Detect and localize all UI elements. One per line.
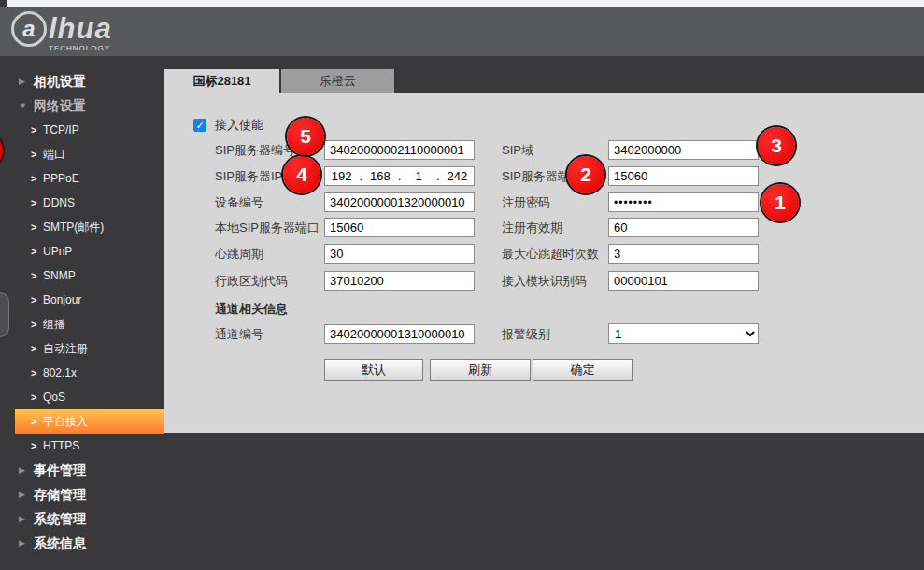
- chevron-icon: >: [31, 361, 43, 385]
- refresh-button[interactable]: 刷新: [430, 359, 531, 381]
- chevron-icon: >: [31, 166, 43, 191]
- sip-domain-input[interactable]: [608, 140, 759, 160]
- chevron-icon: >: [31, 142, 43, 166]
- sidebar-item[interactable]: > QoS: [0, 385, 164, 409]
- admin-region-code-label: 行政区划代码: [215, 271, 288, 291]
- channel-id-input[interactable]: [324, 324, 475, 344]
- sidebar-item[interactable]: > HTTPS: [0, 434, 164, 458]
- logo-a-icon: a: [11, 11, 47, 47]
- sidebar-item-label: PPPoE: [43, 166, 79, 191]
- sidebar-item[interactable]: > SMTP(邮件): [0, 215, 164, 239]
- sidebar-item-label: Bonjour: [43, 288, 81, 312]
- register-valid-period-input[interactable]: [608, 218, 759, 237]
- sidebar-item[interactable]: > UPnP: [0, 239, 164, 264]
- alarm-level-select[interactable]: 1: [608, 323, 759, 344]
- sip-server-id-input[interactable]: [324, 140, 475, 160]
- chevron-icon: ▶: [19, 458, 34, 482]
- sip-server-port-input[interactable]: [608, 166, 759, 186]
- chevron-icon: >: [31, 312, 43, 336]
- heartbeat-period-input[interactable]: [324, 244, 475, 264]
- logo-text: lhua: [49, 12, 112, 46]
- local-sip-port-input[interactable]: [324, 218, 475, 237]
- channel-section-title: 通道相关信息: [215, 301, 288, 318]
- sidebar-item-label: 802.1x: [43, 361, 77, 385]
- device-id-input[interactable]: [324, 192, 475, 212]
- sip-domain-label: SIP域: [502, 140, 533, 160]
- sidebar-item[interactable]: > 平台接入: [15, 409, 164, 434]
- sidebar-item-label: DDNS: [43, 191, 75, 215]
- chevron-icon: ▶: [19, 482, 34, 506]
- annotation-circle-4: 4: [283, 156, 320, 193]
- sidebar-item[interactable]: ▶ 系统信息: [0, 531, 164, 555]
- chevron-icon: ▶: [19, 69, 34, 93]
- chevron-icon: >: [31, 288, 43, 312]
- chevron-icon: >: [31, 385, 43, 409]
- annotation-circle-3: 3: [758, 127, 795, 164]
- ok-button[interactable]: 确定: [533, 359, 633, 381]
- chevron-icon: >: [31, 215, 43, 239]
- sidebar-item[interactable]: > SNMP: [0, 264, 164, 288]
- sidebar-item[interactable]: > DDNS: [0, 191, 164, 215]
- sidebar-item-label: QoS: [43, 385, 65, 409]
- sidebar-item[interactable]: > 自动注册: [0, 336, 164, 361]
- ip-octet-4[interactable]: 242: [441, 169, 474, 183]
- sidebar-item[interactable]: > Bonjour: [0, 288, 164, 312]
- sidebar-item[interactable]: ▶ 系统管理: [0, 506, 164, 531]
- sidebar-item-label: TCP/IP: [43, 118, 79, 142]
- device-id-label: 设备编号: [215, 192, 263, 212]
- heartbeat-period-label: 心跳周期: [215, 244, 263, 264]
- register-password-input[interactable]: [608, 192, 759, 212]
- sidebar-item[interactable]: > 端口: [0, 142, 164, 166]
- tab-bar: 国标28181 乐橙云: [164, 69, 924, 93]
- sidebar: ▶ 相机设置 ▼ 网络设置 > TCP/IP > 端口 > PPPoE > DD…: [0, 56, 164, 570]
- sip-server-id-label: SIP服务器编号: [215, 140, 295, 160]
- sidebar-item[interactable]: > 组播: [0, 312, 164, 336]
- chevron-icon: ▶: [19, 506, 34, 531]
- sidebar-item-label: 端口: [43, 142, 65, 166]
- tab-gb28181[interactable]: 国标28181: [164, 69, 279, 93]
- annotation-circle-1: 1: [761, 184, 799, 221]
- enable-checkbox[interactable]: [193, 119, 206, 132]
- ip-octet-1[interactable]: 192: [325, 169, 358, 183]
- sidebar-item-label: 事件管理: [34, 458, 86, 482]
- annotation-circle-2: 2: [567, 156, 604, 193]
- chevron-icon: >: [31, 264, 43, 288]
- sidebar-item-label: SNMP: [43, 264, 76, 288]
- tab-lechange-cloud[interactable]: 乐橙云: [281, 69, 394, 93]
- sidebar-item-label: UPnP: [43, 239, 72, 264]
- panel-collapse-handle[interactable]: [0, 292, 9, 337]
- sidebar-item[interactable]: > 802.1x: [0, 361, 164, 385]
- chevron-icon: ▼: [19, 93, 34, 118]
- top-strip: [0, 0, 924, 7]
- sidebar-item[interactable]: > TCP/IP: [0, 118, 164, 142]
- register-password-label: 注册密码: [502, 192, 550, 212]
- sip-server-ip-input[interactable]: 192.168.1.242: [324, 166, 475, 186]
- sidebar-item-label: 存储管理: [34, 482, 86, 506]
- access-module-id-input[interactable]: [608, 271, 759, 291]
- local-sip-port-label: 本地SIP服务器端口: [215, 218, 320, 237]
- chevron-icon: >: [31, 336, 43, 361]
- default-button[interactable]: 默认: [324, 359, 423, 381]
- sidebar-item-label: 系统信息: [34, 531, 86, 555]
- logo-tagline: TECHNOLOGY: [49, 44, 112, 52]
- top-corner-notch: [0, 0, 7, 7]
- sidebar-item-label: HTTPS: [43, 434, 79, 458]
- sidebar-item[interactable]: ▶ 存储管理: [0, 482, 164, 506]
- max-heartbeat-timeouts-input[interactable]: [608, 244, 759, 264]
- ip-octet-2[interactable]: 168: [363, 169, 396, 183]
- enable-label: 接入使能: [215, 117, 263, 134]
- enable-row: 接入使能: [193, 118, 263, 133]
- chevron-icon: >: [31, 191, 43, 215]
- max-heartbeat-timeouts-label: 最大心跳超时次数: [502, 244, 599, 264]
- sidebar-item[interactable]: ▼ 网络设置: [0, 93, 164, 118]
- sidebar-item[interactable]: ▶ 事件管理: [0, 458, 164, 482]
- sidebar-item[interactable]: > PPPoE: [0, 166, 164, 191]
- sidebar-item[interactable]: ▶ 相机设置: [0, 69, 164, 93]
- admin-region-code-input[interactable]: [324, 271, 475, 291]
- ip-octet-3[interactable]: 1: [403, 169, 435, 183]
- chevron-icon: >: [31, 409, 43, 434]
- access-module-id-label: 接入模块识别码: [502, 271, 587, 291]
- annotation-circle-5: 5: [287, 118, 324, 155]
- chevron-icon: >: [31, 434, 43, 458]
- chevron-icon: >: [31, 239, 43, 264]
